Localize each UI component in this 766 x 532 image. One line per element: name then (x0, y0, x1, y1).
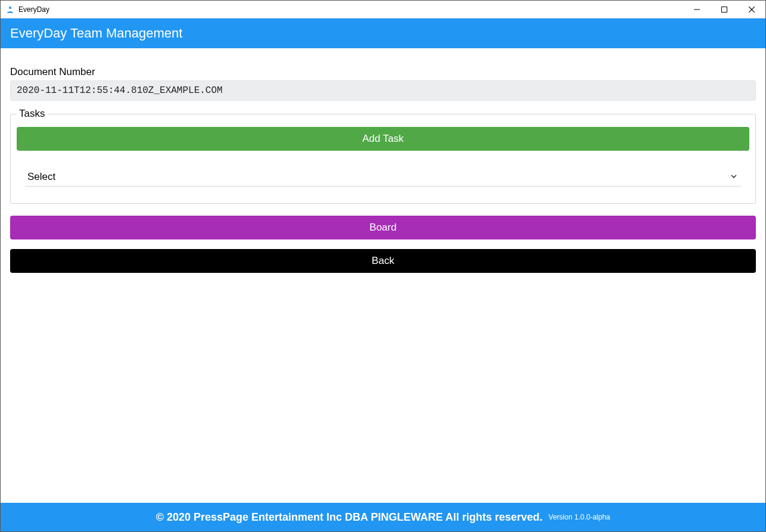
tasks-fieldset: Tasks Add Task Select (10, 108, 756, 204)
page-header: EveryDay Team Management (1, 18, 765, 48)
minimize-button[interactable] (683, 1, 711, 18)
close-icon (749, 7, 755, 13)
page-title: EveryDay Team Management (10, 26, 182, 41)
svg-point-0 (9, 6, 11, 8)
tasks-legend: Tasks (17, 108, 47, 120)
minimize-icon (694, 7, 700, 13)
document-number-field[interactable] (10, 80, 756, 101)
maximize-button[interactable] (711, 1, 738, 18)
version-text: Version 1.0.0-alpha (549, 513, 610, 521)
svg-rect-2 (722, 7, 727, 12)
back-button[interactable]: Back (10, 249, 756, 273)
copyright-text: © 2020 PressPage Entertainment Inc DBA P… (156, 511, 543, 524)
window-controls (683, 1, 765, 18)
maximize-icon (721, 7, 727, 13)
task-select[interactable]: Select (25, 167, 741, 186)
add-task-button[interactable]: Add Task (17, 127, 749, 151)
main-content: Document Number Tasks Add Task Select Bo… (1, 48, 765, 503)
task-select-wrap: Select (25, 167, 741, 186)
board-button[interactable]: Board (10, 216, 756, 239)
app-icon (5, 5, 15, 14)
footer: © 2020 PressPage Entertainment Inc DBA P… (1, 503, 765, 531)
close-button[interactable] (738, 1, 765, 18)
window-titlebar: EveryDay (1, 1, 765, 18)
window-title: EveryDay (18, 5, 49, 14)
titlebar-left: EveryDay (5, 5, 49, 14)
document-number-label: Document Number (10, 66, 756, 78)
